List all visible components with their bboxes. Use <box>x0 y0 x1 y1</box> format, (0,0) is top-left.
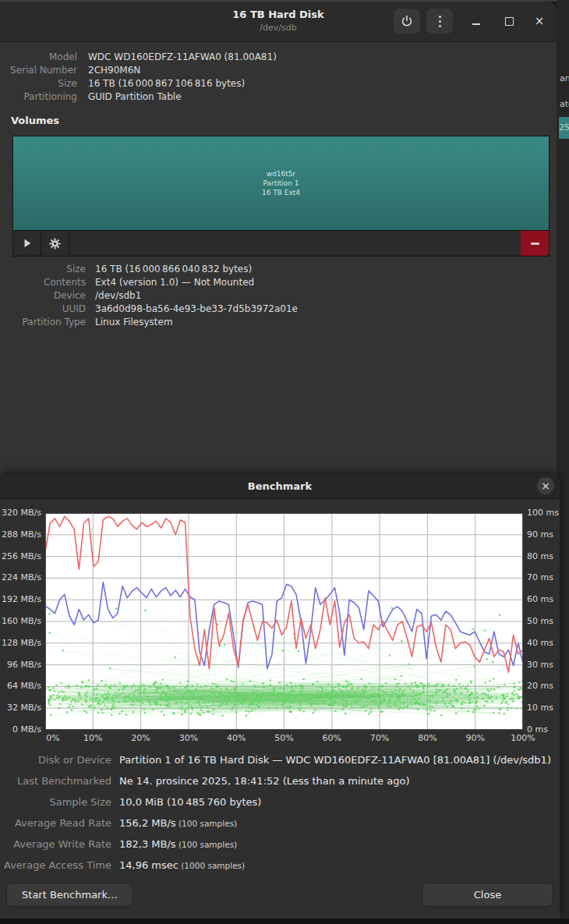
row-value: 16 TB (16 000 866 040 832 bytes) <box>95 264 252 274</box>
titlebar: 16 TB Hard Disk /dev/sdb × <box>0 2 557 42</box>
close-dialog-button[interactable]: Close <box>422 883 553 907</box>
y-left-tick: 288 MB/s <box>0 530 41 540</box>
row-label: Partition Type <box>0 317 86 327</box>
x-tick: 50% <box>265 733 304 743</box>
minimize-icon <box>472 23 480 25</box>
info-row-partitioning: PartitioningGUID Partition Table <box>0 91 182 104</box>
row-label: Size <box>0 264 86 274</box>
row-label: Contents <box>0 277 86 288</box>
partition-settings-button[interactable] <box>41 231 69 256</box>
row-value: Ext4 (version 1.0) — Not Mounted <box>95 277 254 288</box>
row-label: Sample Size <box>0 796 111 808</box>
close-window-button[interactable]: × <box>528 9 551 34</box>
power-icon <box>401 15 413 27</box>
info-row-model: ModelWDC WD160EDFZ-11AFWA0 (81.00A81) <box>0 51 277 64</box>
info-row-device: Device/dev/sdb1 <box>0 290 141 303</box>
minus-icon <box>531 243 539 245</box>
maximize-button[interactable] <box>497 9 521 34</box>
info-row-sample-size: Sample Size10,0 MiB (10 485 760 bytes) <box>0 796 261 810</box>
row-label: Size <box>0 78 77 89</box>
y-left-tick: 32 MB/s <box>0 703 41 713</box>
x-tick: 70% <box>360 733 399 743</box>
x-tick: 90% <box>456 733 495 743</box>
row-value: 14,96 msec (1000 samples) <box>119 859 245 871</box>
gear-icon <box>49 238 61 250</box>
minimize-button[interactable] <box>465 9 488 34</box>
y-right-tick: 20 ms <box>527 681 553 691</box>
row-value: GUID Partition Table <box>88 91 182 102</box>
info-row-disk-or-device: Disk or DevicePartition 1 of 16 TB Hard … <box>0 754 551 768</box>
info-row-uuid: UUID3a6d0d98-ba56-4e93-be33-7d5b3972a01e <box>0 303 298 316</box>
row-value-sub: (100 samples) <box>176 840 238 849</box>
x-tick: 20% <box>122 733 161 743</box>
row-value: 156,2 MB/s (100 samples) <box>119 817 237 829</box>
y-left-tick: 64 MB/s <box>0 681 41 691</box>
bg-fragment-partition: 25 <box>559 117 569 139</box>
row-label: Device <box>0 290 86 301</box>
info-row-average-write-rate: Average Write Rate182,3 MB/s (100 sample… <box>0 838 237 852</box>
three-dots-icon <box>439 16 441 27</box>
maximize-icon <box>505 17 514 26</box>
row-value: Linux Filesystem <box>95 317 173 327</box>
bg-fragment-2: ate <box>560 99 569 109</box>
row-value: 10,0 MiB (10 485 760 bytes) <box>119 796 261 808</box>
bottom-edge-strip <box>0 919 569 924</box>
x-tick: 30% <box>169 733 208 743</box>
y-right-tick: 50 ms <box>527 617 553 626</box>
screen: 16 TB Hard Disk /dev/sdb × ModelWDC WD <box>0 0 569 924</box>
y-left-tick: 96 MB/s <box>0 660 41 670</box>
info-row-average-read-rate: Average Read Rate156,2 MB/s (100 samples… <box>0 817 237 831</box>
row-label: Average Read Rate <box>0 817 111 829</box>
row-value-sub: (1000 samples) <box>178 861 245 870</box>
row-label: Model <box>0 51 77 62</box>
volumes-heading: Volumes <box>11 115 59 126</box>
y-left-tick: 224 MB/s <box>0 573 41 582</box>
partition-name: wd16t5r <box>267 169 295 179</box>
y-right-tick: 80 ms <box>527 552 553 561</box>
x-tick: 80% <box>408 733 447 743</box>
y-left-tick: 320 MB/s <box>0 508 41 518</box>
info-row-partition-type: Partition TypeLinux Filesystem <box>0 317 173 329</box>
row-label: Last Benchmarked <box>0 775 111 787</box>
volumes-frame: wd16t5r Partition 1 16 TB Ext4 <box>12 136 550 257</box>
y-right-tick: 60 ms <box>527 595 553 604</box>
x-tick: 10% <box>73 733 112 743</box>
info-row-contents: ContentsExt4 (version 1.0) — Not Mounted <box>0 277 254 289</box>
y-right-tick: 90 ms <box>527 530 553 540</box>
partition-size: 16 TB Ext4 <box>262 188 300 197</box>
y-left-tick: 256 MB/s <box>0 552 41 561</box>
y-right-tick: 100 ms <box>527 508 559 518</box>
y-left-tick: 192 MB/s <box>0 595 41 604</box>
y-left-tick: 160 MB/s <box>0 617 41 626</box>
row-value: /dev/sdb1 <box>95 290 141 301</box>
row-label: Average Write Rate <box>0 838 111 850</box>
start-benchmark-button[interactable]: Start Benchmark… <box>6 883 133 907</box>
benchmark-chart: 320 MB/s288 MB/s256 MB/s224 MB/s192 MB/s… <box>0 474 560 749</box>
row-value: Ne 14. prosince 2025, 18:41:52 (Less tha… <box>119 775 409 787</box>
partition-block[interactable]: wd16t5r Partition 1 16 TB Ext4 <box>13 136 549 231</box>
row-value: 3a6d0d98-ba56-4e93-be33-7d5b3972a01e <box>95 303 298 314</box>
row-label: Serial Number <box>0 65 77 76</box>
info-row-serial-number: Serial Number2CH90M6N <box>0 65 140 77</box>
row-value: 16 TB (16 000 867 106 816 bytes) <box>88 78 245 89</box>
y-right-tick: 30 ms <box>527 660 553 670</box>
row-label: Disk or Device <box>0 754 111 766</box>
x-tick: 0% <box>34 733 72 743</box>
play-icon <box>22 238 33 249</box>
x-tick: 60% <box>313 733 352 743</box>
delete-partition-button[interactable] <box>521 231 549 256</box>
menu-button[interactable] <box>426 9 453 34</box>
row-label: Average Access Time <box>0 859 111 871</box>
chart-plot <box>45 513 523 730</box>
info-row-size: Size16 TB (16 000 867 106 816 bytes) <box>0 78 245 90</box>
partition-label: Partition 1 <box>263 179 299 188</box>
y-right-tick: 10 ms <box>527 703 553 713</box>
power-button[interactable] <box>394 9 420 34</box>
benchmark-dialog: Benchmark × 320 MB/s288 MB/s256 MB/s224 … <box>0 474 560 919</box>
info-row-last-benchmarked: Last BenchmarkedNe 14. prosince 2025, 18… <box>0 775 409 789</box>
mount-button[interactable] <box>13 231 41 256</box>
info-row-average-access-time: Average Access Time14,96 msec (1000 samp… <box>0 859 245 873</box>
row-label: UUID <box>0 303 86 314</box>
info-row-size: Size16 TB (16 000 866 040 832 bytes) <box>0 264 252 276</box>
y-left-tick: 128 MB/s <box>0 639 41 648</box>
